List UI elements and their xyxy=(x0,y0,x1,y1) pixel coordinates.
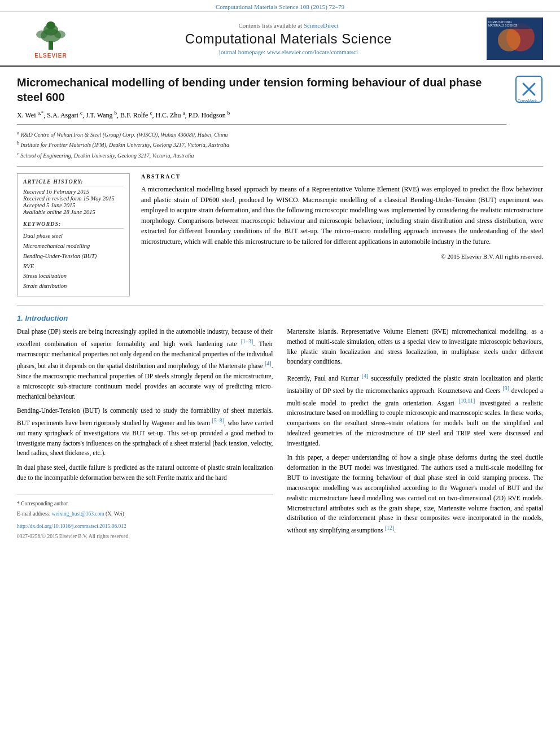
doi-link[interactable]: http://dx.doi.org/10.1016/j.commatsci.20… xyxy=(17,523,126,529)
elsevier-tree-icon xyxy=(28,19,73,53)
article-history-label: Article history: xyxy=(23,178,124,186)
body-col-right: Martensite islands. Representative Volum… xyxy=(287,327,544,541)
footer-copyright: 0927-0256/© 2015 Elsevier B.V. All right… xyxy=(17,532,273,541)
svg-text:CrossMark: CrossMark xyxy=(518,99,537,103)
intro-para-right-3: In this paper, a deeper understanding of… xyxy=(287,453,544,535)
ref-4-b: [4] xyxy=(362,373,369,379)
article-title: Micromechanical modelling of bending und… xyxy=(17,75,506,104)
journal-homepage: journal homepage: www.elsevier.com/locat… xyxy=(90,49,487,55)
authors-line: X. Wei a,*, S.A. Asgari c, J.T. Wang b, … xyxy=(17,110,506,120)
affil-a: a R&D Centre of Wuhan Iron & Steel (Grou… xyxy=(17,129,506,139)
svg-rect-0 xyxy=(49,41,53,50)
elsevier-logo-area: ELSEVIER xyxy=(11,19,90,59)
introduction-section: 1. Introduction Dual phase (DP) steels a… xyxy=(17,314,543,541)
intro-para-2: Bending-Under-Tension (BUT) is commonly … xyxy=(17,406,273,458)
contents-available: Contents lists available at ScienceDirec… xyxy=(90,22,487,29)
affil-b: b Institute for Frontier Materials (IFM)… xyxy=(17,139,506,150)
elsevier-wordmark: ELSEVIER xyxy=(34,53,67,59)
journal-header: ELSEVIER Contents lists available at Sci… xyxy=(0,12,560,67)
journal-title: Computational Materials Science xyxy=(90,31,487,47)
intro-para-3: In dual phase steel, ductile failure is … xyxy=(17,463,273,483)
ref-1-3: [1–3] xyxy=(241,338,253,344)
journal-center-info: Contents lists available at ScienceDirec… xyxy=(90,22,487,55)
article-title-section: Micromechanical modelling of bending und… xyxy=(17,75,543,167)
accepted-date: Accepted 5 June 2015 xyxy=(23,202,124,208)
ref-5-8: [5–8] xyxy=(212,417,224,423)
ref-4-a: [4] xyxy=(265,360,272,366)
section-divider-1 xyxy=(17,305,543,305)
journal-reference-text: Computational Materials Science 108 (201… xyxy=(216,3,344,10)
copyright-line: © 2015 Elsevier B.V. All rights reserved… xyxy=(141,253,543,260)
email-attribution: (X. Wei) xyxy=(106,511,124,517)
contents-text: Contents lists available at xyxy=(238,22,302,29)
svg-point-5 xyxy=(54,30,65,38)
abstract-column: Abstract A micromechanical modelling bas… xyxy=(141,173,543,296)
svg-point-9 xyxy=(498,29,520,51)
intro-para-right-2: Recently, Paul and Kumar [4] successfull… xyxy=(287,372,544,448)
body-col-left: Dual phase (DP) steels are being increas… xyxy=(17,327,273,541)
article-content: Micromechanical modelling of bending und… xyxy=(0,67,560,549)
introduction-heading: 1. Introduction xyxy=(17,314,543,322)
received-date: Received 16 February 2015 xyxy=(23,189,124,195)
svg-point-3 xyxy=(46,21,55,29)
footer-section: * Corresponding author. E-mail address: … xyxy=(17,495,273,541)
keywords-label: Keywords: xyxy=(23,221,124,229)
intro-para-right-1: Martensite islands. Representative Volum… xyxy=(287,327,544,367)
affil-c: c School of Engineering, Deakin Universi… xyxy=(17,150,506,160)
article-title-text: Micromechanical modelling of bending und… xyxy=(17,75,506,160)
affil-divider xyxy=(17,124,506,125)
svg-text:MATERIALS SCIENCE: MATERIALS SCIENCE xyxy=(488,24,518,27)
article-info-column: Article history: Received 16 February 20… xyxy=(17,173,130,296)
abstract-heading: Abstract xyxy=(141,173,543,180)
keywords-list: Dual phase steel Micromechanical modelli… xyxy=(23,231,124,291)
available-date: Available online 28 June 2015 xyxy=(23,209,124,215)
article-info-abstract-section: Article history: Received 16 February 20… xyxy=(17,173,543,296)
sciencedirect-link[interactable]: ScienceDirect xyxy=(304,22,339,29)
ref-10-11: [10,11] xyxy=(459,397,475,404)
journal-cover-image: COMPUTATIONALMATERIALSSCIENCE COMPUTATIO… xyxy=(487,18,543,60)
journal-reference-bar: Computational Materials Science 108 (201… xyxy=(0,0,560,12)
email-note: E-mail address: weixing_hust@163.com (X.… xyxy=(17,510,273,518)
crossmark-area[interactable]: CrossMark xyxy=(515,75,543,106)
elsevier-logo: ELSEVIER xyxy=(11,19,90,59)
affiliations: a R&D Centre of Wuhan Iron & Steel (Grou… xyxy=(17,129,506,160)
homepage-label: journal homepage: www.elsevier.com/locat… xyxy=(219,49,358,55)
intro-para-1: Dual phase (DP) steels are being increas… xyxy=(17,327,273,401)
journal-cover-area: COMPUTATIONALMATERIALSSCIENCE COMPUTATIO… xyxy=(487,18,549,60)
introduction-body: Dual phase (DP) steels are being increas… xyxy=(17,327,543,541)
abstract-text: A micromechanical modelling based approa… xyxy=(141,184,543,247)
article-info-box: Article history: Received 16 February 20… xyxy=(17,173,130,296)
cover-art: COMPUTATIONAL MATERIALS SCIENCE xyxy=(487,18,543,60)
revised-date: Received in revised form 15 May 2015 xyxy=(23,195,124,202)
author-email[interactable]: weixing_hust@163.com xyxy=(52,511,104,517)
star-note: * Corresponding author. xyxy=(17,501,69,506)
ref-9: [9] xyxy=(502,385,509,391)
svg-point-4 xyxy=(36,30,47,38)
crossmark-icon: CrossMark xyxy=(515,75,543,103)
ref-12: [12] xyxy=(385,525,395,531)
corresponding-author-note: * Corresponding author. xyxy=(17,500,273,508)
